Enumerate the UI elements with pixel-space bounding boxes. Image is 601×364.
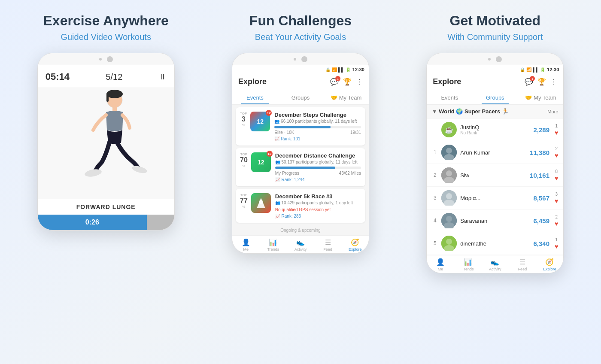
nav-activity[interactable]: 👟 Activity — [287, 238, 314, 252]
leader-score: 2,289 — [528, 126, 549, 133]
leader-row[interactable]: 3 Μαρια... 8,567 3 ♥ — [427, 187, 563, 209]
tab-my-team[interactable]: 🤝 My Team — [323, 90, 369, 104]
tab-events[interactable]: Events — [232, 90, 278, 104]
lunge-figure-svg — [63, 87, 149, 199]
svg-point-21 — [446, 239, 452, 245]
chat-button-3[interactable]: 💬 1 — [525, 78, 533, 86]
tab-groups[interactable]: Groups — [278, 90, 323, 104]
top-num: 70 — [240, 156, 248, 164]
section-exercise: Exercise Anywhere Guided Video Workouts … — [14, 13, 198, 231]
trends-icon: 📊 — [269, 238, 277, 246]
leader-name: Μαρια... — [460, 195, 525, 201]
leader-row[interactable]: 1 Arun Kumar 11,380 2 ♥ — [427, 141, 563, 164]
status-time-3: 12:30 — [547, 67, 559, 72]
challenge-meta: Elite - 10K 19/31 — [274, 130, 361, 135]
badge-number: 12 — [266, 110, 272, 116]
leader-score: 8,567 — [528, 194, 549, 202]
nav-me[interactable]: 👤 Me — [232, 238, 260, 252]
top-label: TOP 77 % — [240, 193, 248, 209]
exercise-subtitle: Guided Video Workouts — [61, 32, 151, 42]
section-community: Get Motivated With Community Support 🔒 📶… — [403, 13, 587, 273]
leader-row[interactable]: 5 dinemathe 6,340 1 ♥ — [427, 232, 563, 255]
rank-info: 📈 Rank: 1,244 — [275, 177, 361, 182]
battery-icon: 🔋 — [346, 67, 351, 72]
tab-events-3[interactable]: Events — [427, 90, 472, 104]
challenge-item[interactable]: TOP 70 % 12 12 December Distanc — [236, 148, 365, 186]
nav-trends-3[interactable]: 📊 Trends — [454, 258, 482, 271]
challenge-title: December Distance Challenge — [275, 152, 361, 159]
status-bar: 🔒 📶 ▌▌ 🔋 12:30 — [232, 65, 369, 74]
rank-badge-num: 2 — [555, 215, 558, 219]
challenge-item[interactable]: TOP 3 % 12 12 December Steps Ch — [236, 107, 365, 146]
challenge-left: TOP 3 % 12 12 — [240, 112, 270, 131]
lock-icon-3: 🔒 — [520, 67, 525, 72]
progress-time: 0:26 — [38, 215, 147, 230]
more-text[interactable]: More — [547, 109, 558, 114]
leader-score: 6,340 — [528, 240, 549, 247]
svg-point-7 — [259, 200, 263, 204]
participants-icon: 👥 — [274, 119, 279, 124]
leader-row[interactable]: 4 Saravanan 6,459 2 ♥ — [427, 209, 563, 232]
leader-rank: 3 — [432, 195, 438, 201]
challenge-badge: 12 12 — [250, 112, 270, 131]
tab-groups-3[interactable]: Groups — [472, 90, 518, 104]
leader-avatar — [441, 213, 457, 228]
nav-me-3[interactable]: 👤 Me — [427, 258, 454, 271]
chat-button[interactable]: 💬 1 — [330, 78, 339, 86]
leader-name-area: Arun Kumar — [460, 149, 525, 156]
triangle-icon: ▼ — [432, 109, 437, 115]
status-bar-3: 🔒 📶 ▌▌ 🔋 12:30 — [427, 65, 563, 74]
leader-row[interactable]: 2 Slw 10,161 8 ♥ — [427, 164, 563, 187]
community-phone: 🔒 📶 ▌▌ 🔋 12:30 Explore 💬 1 🏆 — [426, 53, 564, 273]
leader-avatar: ☕ — [441, 122, 457, 137]
challenge-participants: 👥 66,100 participants globally, 11 days … — [274, 119, 361, 124]
status-time: 12:30 — [352, 67, 364, 72]
nav-activity-3[interactable]: 👟 Activity — [482, 258, 509, 271]
challenges-subtitle: Beat Your Activity Goals — [255, 32, 346, 42]
leader-name-area: Slw — [460, 172, 525, 179]
bottom-nav-3: 👤 Me 📊 Trends 👟 Activity ☰ Feed — [427, 255, 563, 273]
rank-badge-num: 8 — [555, 169, 558, 174]
rank-badge-num: 1 — [555, 124, 558, 128]
app-title: Explore — [238, 77, 267, 86]
phone-dot-small — [99, 58, 102, 61]
group-header: ▼ World 🌍 Super Pacers 🏃 More — [427, 105, 563, 118]
tab-my-team-3[interactable]: 🤝 My Team — [518, 90, 563, 104]
challenge-list: TOP 3 % 12 12 December Steps Ch — [232, 105, 369, 235]
exercise-count: 5/12 — [106, 72, 122, 82]
pause-button[interactable]: ⏸ — [159, 73, 167, 82]
trophy-button[interactable]: 🏆 — [343, 78, 352, 86]
rank-badge-num: 2 — [555, 146, 558, 151]
more-button-3[interactable]: ⋮ — [550, 78, 557, 86]
challenge-item[interactable]: TOP 77 % December 5k Race #3 — [236, 189, 365, 223]
more-button[interactable]: ⋮ — [356, 78, 363, 86]
challenge-top: TOP 3 % 12 12 December Steps Ch — [240, 112, 361, 141]
nav-feed-3[interactable]: ☰ Feed — [509, 258, 536, 271]
leader-avatar — [441, 236, 457, 251]
challenge-progress-bar — [274, 126, 361, 128]
nav-trends[interactable]: 📊 Trends — [260, 238, 287, 252]
challenge-top: TOP 70 % 12 12 December Distanc — [240, 152, 361, 182]
leader-avatar — [441, 167, 457, 183]
leader-avatar — [441, 190, 457, 206]
challenge-meta: No qualified GPS session yet — [275, 207, 361, 212]
leader-row[interactable]: ☕ JustinQ No Rank 2,289 1 ♥ — [427, 118, 563, 141]
leader-name-area: dinemathe — [460, 240, 525, 247]
svg-point-18 — [446, 216, 452, 222]
page-container: Exercise Anywhere Guided Video Workouts … — [0, 0, 601, 364]
challenge-progress-fill — [274, 126, 331, 128]
leader-name: dinemathe — [460, 240, 525, 247]
nav-feed[interactable]: ☰ Feed — [314, 238, 342, 252]
exercise-timer: 05:14 — [46, 71, 70, 82]
trophy-button-3[interactable]: 🏆 — [537, 78, 546, 86]
status-icons: 🔒 📶 ▌▌ 🔋 — [325, 67, 351, 72]
leader-name-area: JustinQ No Rank — [460, 124, 525, 135]
challenge-progress-bar — [275, 167, 361, 169]
nav-explore[interactable]: 🧭 Explore — [341, 238, 369, 252]
leader-name-area: Μαρια... — [460, 195, 525, 201]
phone-dot-large — [107, 56, 113, 62]
nav-explore-3[interactable]: 🧭 Explore — [536, 258, 564, 271]
heart-icon: ♥ — [555, 152, 558, 159]
svg-point-15 — [446, 193, 452, 199]
participants-icon: 👥 — [275, 160, 280, 164]
